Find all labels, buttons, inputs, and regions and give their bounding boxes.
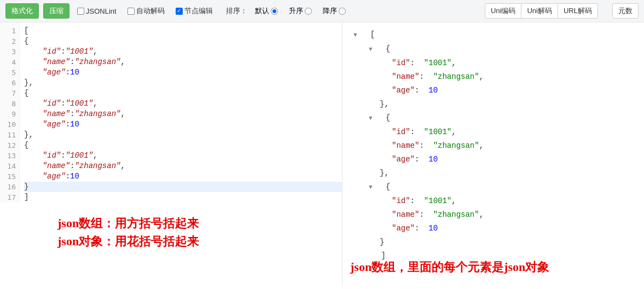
radio-icon — [305, 8, 312, 15]
code-line[interactable]: { — [24, 140, 342, 151]
toolbar: 格式化 压缩 JSONLint 自动解码 ✓ 节点编辑 排序： 默认 升序 降序… — [0, 0, 644, 22]
chevron-down-icon[interactable]: ▼ — [369, 181, 376, 194]
code-line[interactable]: "id":"1001", — [24, 47, 342, 57]
code-pane: 1234567891011121314151617 [{ "id":"1001"… — [0, 22, 343, 285]
annotation-text: json数组：用方括号括起来 — [57, 214, 199, 232]
autodecode-label: 自动解码 — [136, 6, 165, 16]
tree-prop[interactable]: "name": "zhangsan", — [353, 139, 644, 153]
tree-prop[interactable]: "id": "1001", — [353, 194, 644, 208]
tree-object-open[interactable]: ▼ { — [353, 180, 644, 194]
code-line[interactable]: } — [24, 182, 342, 192]
jsonlint-label: JSONLint — [86, 7, 117, 15]
checkbox-icon — [127, 8, 135, 15]
chevron-down-icon[interactable]: ▼ — [353, 28, 361, 42]
code-line[interactable]: { — [24, 36, 342, 47]
sort-desc-radio[interactable]: 降序 — [323, 6, 346, 16]
compress-button[interactable]: 压缩 — [43, 3, 69, 19]
code-line[interactable]: "age":10 — [24, 67, 342, 78]
chevron-down-icon[interactable]: ▼ — [369, 112, 376, 125]
code-line[interactable]: }, — [24, 130, 342, 140]
tree-prop[interactable]: "age": 10 — [353, 153, 644, 166]
code-line[interactable]: "name":"zhangsan", — [24, 57, 342, 67]
code-line[interactable]: "name":"zhangsan", — [24, 109, 342, 119]
sort-asc-radio[interactable]: 升序 — [289, 6, 312, 16]
code-line[interactable]: [ — [24, 26, 342, 36]
uni-decode-button[interactable]: Uni解码 — [521, 3, 558, 19]
checkbox-icon — [77, 8, 84, 15]
code-line[interactable]: "age":10 — [24, 119, 342, 130]
radio-checked-icon — [271, 8, 278, 15]
code-line[interactable]: "name":"zhangsan", — [24, 161, 342, 171]
json-tree[interactable]: ▼ [▼ {"id": "1001","name": "zhangsan","a… — [343, 28, 644, 263]
meta-button[interactable]: 元数 — [612, 3, 639, 19]
tree-prop[interactable]: "name": "zhangsan", — [353, 208, 644, 222]
code-line[interactable]: ] — [24, 192, 342, 203]
sort-label: 排序： — [226, 6, 247, 16]
tree-prop[interactable]: "id": "1001", — [353, 56, 644, 70]
radio-label: 默认 — [255, 6, 269, 16]
radio-label: 升序 — [289, 6, 303, 16]
tree-object-open[interactable]: ▼ { — [353, 42, 644, 56]
code-line[interactable]: "id":"1001", — [24, 151, 342, 161]
code-editor[interactable]: [{ "id":"1001", "name":"zhangsan", "age"… — [20, 22, 342, 203]
encode-button-group: Uni编码 Uni解码 URL解码 — [485, 3, 598, 19]
tree-pane: ▼ [▼ {"id": "1001","name": "zhangsan","a… — [343, 22, 644, 285]
chevron-down-icon[interactable]: ▼ — [369, 43, 376, 56]
sort-default-radio[interactable]: 默认 — [255, 6, 278, 16]
nodeedit-label: 节点编辑 — [184, 6, 213, 16]
jsonlint-checkbox[interactable]: JSONLint — [77, 7, 117, 15]
tree-prop[interactable]: "age": 10 — [353, 222, 644, 235]
autodecode-checkbox[interactable]: 自动解码 — [127, 6, 165, 16]
tree-array-open[interactable]: ▼ [ — [353, 28, 644, 42]
url-decode-button[interactable]: URL解码 — [558, 3, 598, 19]
nodeedit-checkbox[interactable]: ✓ 节点编辑 — [176, 6, 213, 16]
code-line[interactable]: "id":"1001", — [24, 99, 342, 109]
radio-label: 降序 — [323, 6, 337, 16]
code-line[interactable]: "age":10 — [24, 171, 342, 182]
tree-prop[interactable]: "id": "1001", — [353, 125, 644, 139]
annotation-left: json数组：用方括号括起来 json对象：用花括号括起来 — [57, 214, 199, 250]
tree-object-close[interactable]: }, — [353, 97, 644, 111]
checkbox-checked-icon: ✓ — [176, 8, 183, 15]
tree-object-open[interactable]: ▼ { — [353, 111, 644, 125]
line-gutter: 1234567891011121314151617 — [0, 22, 20, 203]
annotation-right: json数组，里面的每个元素是json对象 — [350, 258, 549, 276]
uni-encode-button[interactable]: Uni编码 — [485, 3, 522, 19]
format-button[interactable]: 格式化 — [5, 3, 39, 19]
tree-prop[interactable]: "age": 10 — [353, 84, 644, 97]
annotation-text: json数组，里面的每个元素是json对象 — [350, 260, 549, 274]
annotation-text: json对象：用花括号括起来 — [57, 232, 199, 250]
tree-object-close[interactable]: } — [353, 235, 644, 249]
code-line[interactable]: { — [24, 88, 342, 99]
code-line[interactable]: }, — [24, 78, 342, 88]
radio-icon — [339, 8, 346, 15]
tree-object-close[interactable]: }, — [353, 166, 644, 180]
tree-prop[interactable]: "name": "zhangsan", — [353, 70, 644, 84]
content-area: 1234567891011121314151617 [{ "id":"1001"… — [0, 22, 644, 285]
